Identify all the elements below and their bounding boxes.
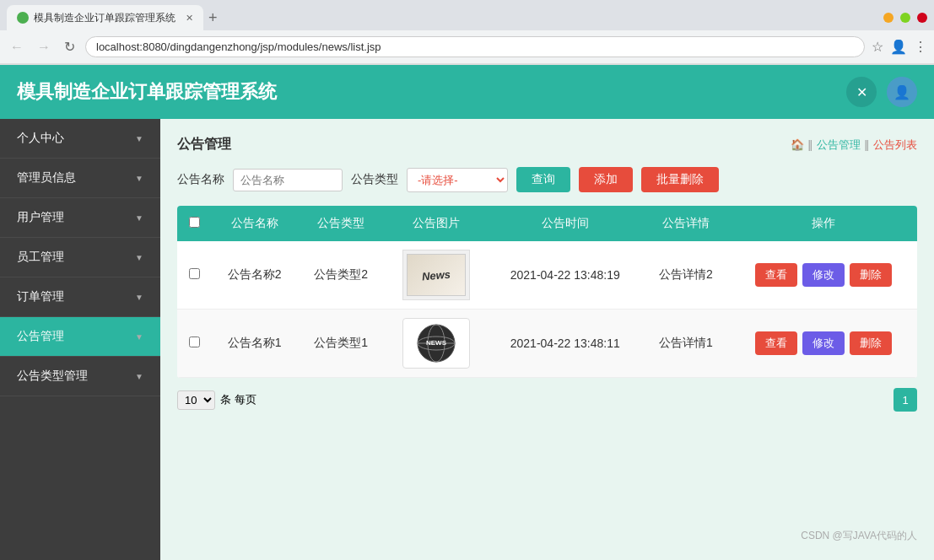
refresh-button[interactable]: ↻ — [61, 37, 78, 57]
row1-actions: 查看 修改 删除 — [729, 241, 917, 310]
window-restore-btn[interactable] — [900, 13, 910, 23]
row1-action-btns: 查看 修改 删除 — [737, 263, 909, 287]
app-header: 模具制造企业订单跟踪管理系统 ✕ 👤 — [0, 65, 934, 119]
add-button[interactable]: 添加 — [579, 167, 633, 192]
row2-edit-btn[interactable]: 修改 — [802, 331, 845, 355]
col-time: 公告时间 — [488, 206, 643, 241]
filter-name-label: 公告名称 — [177, 172, 224, 187]
settings-icon-btn[interactable]: ✕ — [846, 77, 877, 107]
row2-view-btn[interactable]: 查看 — [755, 331, 797, 355]
user-icon-btn[interactable]: 👤 — [887, 77, 917, 107]
row1-delete-btn[interactable]: 删除 — [850, 263, 892, 287]
row1-detail: 公告详情2 — [643, 241, 730, 310]
row2-delete-btn[interactable]: 删除 — [850, 331, 892, 355]
forward-button[interactable]: → — [34, 38, 54, 57]
arrow-icon-personal: ▼ — [135, 134, 143, 143]
filter-type-select[interactable]: -请选择- 公告类型1 公告类型2 — [407, 168, 508, 192]
bookmark-icon[interactable]: ☆ — [872, 39, 883, 55]
col-action: 操作 — [729, 206, 917, 241]
window-controls — [883, 13, 927, 23]
row1-time: 2021-04-22 13:48:19 — [488, 241, 643, 310]
per-page-select[interactable]: 10 20 50 — [177, 390, 215, 410]
page-1-btn[interactable]: 1 — [894, 388, 917, 412]
row2-image: NEWS — [385, 310, 488, 378]
table-row: 公告名称2 公告类型2 News 2021-04-22 13:48:19 公告详… — [177, 241, 917, 310]
profile-icon[interactable]: 👤 — [890, 39, 907, 55]
arrow-icon-order: ▼ — [135, 293, 143, 302]
row2-actions: 查看 修改 删除 — [729, 310, 917, 378]
sidebar-label-personal: 个人中心 — [17, 131, 64, 146]
batch-delete-button[interactable]: 批量删除 — [641, 167, 719, 192]
col-name: 公告名称 — [211, 206, 298, 241]
row2-checkbox[interactable] — [189, 337, 200, 347]
row1-image: News — [385, 241, 488, 310]
app-container: 模具制造企业订单跟踪管理系统 ✕ 👤 个人中心 ▼ 管理员信息 ▼ 用户管理 ▼… — [0, 65, 934, 560]
filter-type-label: 公告类型 — [351, 172, 398, 187]
new-tab-button[interactable]: + — [208, 9, 218, 27]
sidebar-label-user: 用户管理 — [17, 210, 64, 225]
sidebar-label-admin: 管理员信息 — [17, 170, 76, 186]
table-header-row: 公告名称 公告类型 公告图片 公告时间 公告详情 — [177, 206, 917, 241]
per-page-label: 条 每页 — [220, 392, 256, 407]
sidebar-item-user-management[interactable]: 用户管理 ▼ — [0, 198, 160, 238]
window-minimize-btn[interactable] — [883, 13, 894, 23]
sidebar-label-announcement-type: 公告类型管理 — [17, 369, 88, 384]
sidebar-item-staff-management[interactable]: 员工管理 ▼ — [0, 238, 160, 277]
sidebar-label-order: 订单管理 — [17, 289, 64, 304]
breadcrumb-item-1[interactable]: 公告管理 — [817, 137, 861, 153]
row1-checkbox[interactable] — [189, 268, 200, 279]
sidebar: 个人中心 ▼ 管理员信息 ▼ 用户管理 ▼ 员工管理 ▼ 订单管理 ▼ 公告管理… — [0, 119, 160, 560]
row2-action-btns: 查看 修改 删除 — [737, 331, 909, 355]
row2-image-container: NEWS — [402, 318, 470, 369]
arrow-icon-user: ▼ — [135, 213, 143, 223]
header-icons: ✕ 👤 — [846, 77, 917, 107]
breadcrumb-home-icon[interactable]: 🏠 — [791, 138, 804, 151]
arrow-icon-staff: ▼ — [135, 253, 143, 262]
breadcrumb: 🏠 ‖ 公告管理 ‖ 公告列表 — [791, 137, 917, 153]
content-area: 个人中心 ▼ 管理员信息 ▼ 用户管理 ▼ 员工管理 ▼ 订单管理 ▼ 公告管理… — [0, 119, 934, 560]
tab-close-btn[interactable]: ✕ — [186, 13, 193, 24]
row2-checkbox-cell — [177, 310, 211, 378]
col-checkbox — [177, 206, 211, 241]
row2-detail: 公告详情1 — [643, 310, 730, 378]
row2-time: 2021-04-22 13:48:11 — [488, 310, 643, 378]
svg-text:NEWS: NEWS — [426, 339, 447, 347]
menu-icon[interactable]: ⋮ — [914, 39, 927, 55]
back-button[interactable]: ← — [7, 38, 27, 57]
sidebar-item-announcement-management[interactable]: 公告管理 ▼ — [0, 317, 160, 357]
breadcrumb-sep-1: ‖ — [807, 138, 813, 151]
table-row: 公告名称1 公告类型1 NEWS — [177, 310, 917, 378]
select-all-checkbox[interactable] — [189, 217, 200, 228]
address-bar-icons: ☆ 👤 ⋮ — [872, 39, 927, 55]
newspaper-image: News — [407, 254, 466, 296]
filter-area: 公告名称 公告类型 -请选择- 公告类型1 公告类型2 查询 添加 批量删除 — [177, 167, 917, 192]
row1-name: 公告名称2 — [211, 241, 298, 310]
data-table: 公告名称 公告类型 公告图片 公告时间 公告详情 — [177, 206, 917, 378]
sidebar-item-announcement-type-management[interactable]: 公告类型管理 ▼ — [0, 357, 160, 396]
col-detail: 公告详情 — [643, 206, 730, 241]
globe-icon: NEWS — [415, 322, 457, 364]
row1-type: 公告类型2 — [298, 241, 385, 310]
sidebar-item-personal-center[interactable]: 个人中心 ▼ — [0, 119, 160, 159]
page-header: 公告管理 🏠 ‖ 公告管理 ‖ 公告列表 — [177, 136, 917, 153]
breadcrumb-sep-2: ‖ — [864, 138, 870, 151]
main-content: 公告管理 🏠 ‖ 公告管理 ‖ 公告列表 公告名称 公告类型 -请选择- 公告类… — [160, 119, 934, 560]
window-close-btn[interactable] — [917, 13, 927, 23]
browser-tab[interactable]: 模具制造企业订单跟踪管理系统 ✕ — [7, 5, 203, 30]
query-button[interactable]: 查询 — [516, 167, 570, 192]
per-page-control: 10 20 50 条 每页 — [177, 390, 256, 410]
arrow-icon-announcement-type: ▼ — [135, 372, 143, 381]
page-title: 公告管理 — [177, 136, 231, 153]
col-image: 公告图片 — [385, 206, 488, 241]
row1-edit-btn[interactable]: 修改 — [802, 263, 845, 287]
row2-name: 公告名称1 — [211, 310, 298, 378]
row1-image-container: News — [402, 250, 470, 300]
sidebar-item-admin-info[interactable]: 管理员信息 ▼ — [0, 159, 160, 198]
row1-checkbox-cell — [177, 241, 211, 310]
address-input[interactable] — [85, 36, 865, 57]
row1-view-btn[interactable]: 查看 — [755, 263, 797, 287]
filter-name-input[interactable] — [233, 169, 343, 191]
watermark-text: CSDN @写JAVA代码的人 — [801, 530, 917, 541]
tab-bar: 模具制造企业订单跟踪管理系统 ✕ + — [0, 0, 934, 30]
sidebar-item-order-management[interactable]: 订单管理 ▼ — [0, 277, 160, 317]
